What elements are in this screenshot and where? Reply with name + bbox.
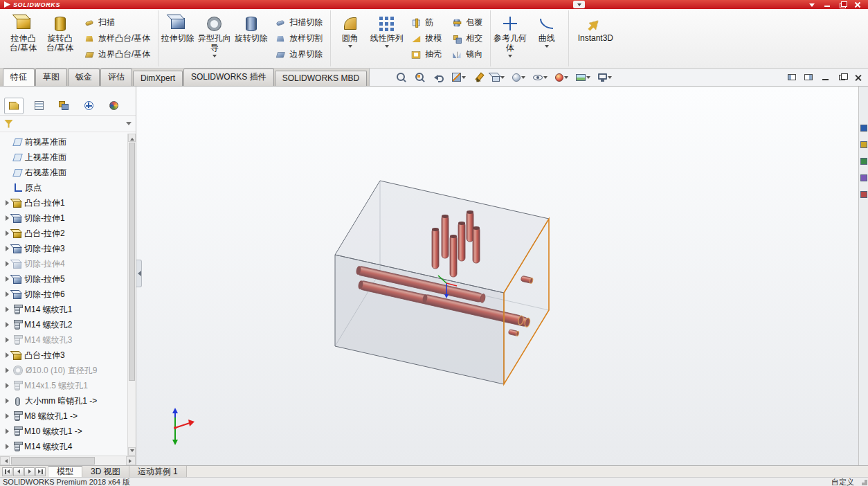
scroll-next-icon[interactable] bbox=[24, 467, 35, 476]
command-tab[interactable]: SOLIDWORKS MBD bbox=[275, 71, 367, 86]
display-style-icon[interactable] bbox=[511, 72, 527, 83]
expand-arrow-icon[interactable] bbox=[3, 306, 10, 313]
expand-arrow-icon[interactable] bbox=[3, 169, 10, 176]
filter-caret-icon[interactable] bbox=[126, 122, 132, 128]
view-orientation-icon[interactable] bbox=[491, 71, 506, 83]
tree-vertical-scrollbar[interactable] bbox=[127, 134, 136, 456]
swept-boss-button[interactable]: 扫描 bbox=[79, 15, 154, 30]
feature-manager-icon[interactable] bbox=[4, 98, 24, 114]
hide-show-items-icon[interactable] bbox=[532, 73, 549, 82]
tree-item[interactable]: M14 螺纹孔3 bbox=[1, 332, 136, 348]
expand-arrow-icon[interactable] bbox=[3, 397, 10, 404]
curves-button[interactable]: 曲线 bbox=[528, 10, 565, 66]
scroll-thumb[interactable] bbox=[129, 143, 135, 381]
intersect-button[interactable]: 相交 bbox=[446, 31, 487, 46]
tree-item[interactable]: 凸台-拉伸1 bbox=[1, 195, 136, 210]
doc-restore-button[interactable] bbox=[835, 72, 848, 83]
expand-arrow-icon[interactable] bbox=[3, 260, 10, 267]
file-explorer-icon[interactable] bbox=[860, 158, 867, 165]
resources-icon[interactable] bbox=[860, 125, 867, 132]
expand-arrow-icon[interactable] bbox=[3, 199, 10, 206]
expand-arrow-icon[interactable] bbox=[3, 443, 10, 450]
tree-item[interactable]: 凸台-拉伸2 bbox=[1, 226, 136, 241]
expand-arrow-icon[interactable] bbox=[3, 245, 10, 252]
expand-arrow-icon[interactable] bbox=[3, 154, 10, 161]
scroll-right-icon[interactable] bbox=[126, 456, 136, 465]
filter-icon[interactable] bbox=[4, 120, 13, 128]
scroll-first-icon[interactable] bbox=[2, 467, 12, 476]
tree-horizontal-scrollbar[interactable] bbox=[0, 456, 136, 465]
expand-arrow-icon[interactable] bbox=[3, 413, 10, 420]
tree-item[interactable]: 切除-拉伸5 bbox=[1, 271, 136, 287]
lofted-cut-button[interactable]: 放样切割 bbox=[270, 31, 327, 46]
tree-item[interactable]: 切除-拉伸4 bbox=[1, 256, 136, 271]
draft-button[interactable]: 拔模 bbox=[406, 31, 446, 46]
panel-splitter[interactable] bbox=[136, 260, 142, 287]
expand-arrow-icon[interactable] bbox=[3, 367, 10, 374]
revolve-boss-button[interactable]: 旋转凸台/基体 bbox=[42, 10, 78, 66]
revolved-cut-button[interactable]: 旋转切除 bbox=[233, 10, 269, 66]
expand-arrow-icon[interactable] bbox=[3, 428, 10, 435]
previous-view-icon[interactable] bbox=[432, 71, 446, 84]
rib-button[interactable]: 筋 bbox=[406, 15, 446, 30]
tree-item[interactable]: M14x1.5 螺纹孔1 bbox=[1, 378, 136, 393]
tree-item[interactable]: M14 螺纹孔4 bbox=[1, 439, 136, 454]
command-tab[interactable]: 特征 bbox=[3, 69, 35, 86]
view-settings-icon[interactable] bbox=[597, 73, 613, 82]
tree-item[interactable]: 原点 bbox=[1, 180, 136, 195]
window-close-icon[interactable] bbox=[854, 1, 861, 8]
expand-arrow-icon[interactable] bbox=[3, 215, 10, 222]
expand-arrow-icon[interactable] bbox=[3, 321, 10, 328]
tree-item[interactable]: 前视基准面 bbox=[1, 134, 136, 150]
command-tab[interactable]: 草图 bbox=[35, 69, 67, 86]
boundary-cut-button[interactable]: 边界切除 bbox=[270, 47, 327, 62]
configuration-manager-icon[interactable] bbox=[54, 98, 73, 114]
design-library-icon[interactable] bbox=[860, 141, 867, 148]
window-minimize-icon[interactable] bbox=[824, 1, 831, 8]
expand-arrow-icon[interactable] bbox=[3, 352, 10, 359]
expand-arrow-icon[interactable] bbox=[3, 230, 10, 237]
scroll-prev-icon[interactable] bbox=[13, 467, 24, 476]
graphics-viewport[interactable] bbox=[136, 87, 858, 465]
boundary-boss-button[interactable]: 边界凸台/基体 bbox=[79, 47, 154, 62]
study-tab[interactable]: 3D 视图 bbox=[82, 466, 129, 477]
tree-item[interactable]: 凸台-拉伸3 bbox=[1, 348, 136, 363]
study-tab[interactable]: 运动算例 1 bbox=[129, 466, 187, 477]
next-pane-button[interactable] bbox=[802, 72, 815, 83]
expand-arrow-icon[interactable] bbox=[3, 336, 10, 343]
expand-arrow-icon[interactable] bbox=[3, 138, 10, 145]
extruded-cut-button[interactable]: 拉伸切除 bbox=[159, 10, 196, 66]
expand-arrow-icon[interactable] bbox=[3, 184, 10, 191]
study-tab[interactable]: 模型 bbox=[48, 466, 82, 477]
extrude-boss-button[interactable]: 拉伸凸台/基体 bbox=[5, 10, 42, 66]
model-canvas[interactable] bbox=[136, 87, 858, 465]
tree-item[interactable]: M10 螺纹孔1 -> bbox=[1, 424, 136, 439]
wrap-button[interactable]: 包覆 bbox=[446, 15, 487, 30]
tree-item[interactable]: Ø10.0 (10) 直径孔9 bbox=[1, 363, 136, 378]
zoom-fit-icon[interactable] bbox=[395, 71, 408, 84]
doc-minimize-button[interactable] bbox=[819, 72, 831, 83]
appearances-icon[interactable] bbox=[860, 191, 867, 198]
tree-item[interactable]: M14 螺纹孔2 bbox=[1, 317, 136, 332]
tree-item[interactable]: M8 螺纹孔1 -> bbox=[1, 408, 136, 424]
tree-item[interactable]: 右视基准面 bbox=[1, 165, 136, 180]
scroll-up-icon[interactable] bbox=[128, 134, 136, 142]
lofted-boss-button[interactable]: 放样凸台/基体 bbox=[79, 31, 154, 46]
reference-geometry-button[interactable]: 参考几何体 bbox=[491, 10, 528, 66]
tree-item[interactable]: 切除-拉伸6 bbox=[1, 287, 136, 302]
zoom-area-icon[interactable] bbox=[413, 71, 427, 84]
command-tab[interactable]: 钣金 bbox=[68, 69, 100, 86]
apply-scene-icon[interactable] bbox=[575, 73, 592, 82]
linear-pattern-button[interactable]: 线性阵列 bbox=[368, 10, 405, 66]
window-restore-icon[interactable] bbox=[839, 1, 846, 8]
tree-item[interactable]: 切除-拉伸1 bbox=[1, 210, 136, 226]
command-tab[interactable]: SOLIDWORKS 插件 bbox=[183, 69, 274, 86]
annotation-view-icon[interactable] bbox=[472, 71, 486, 84]
tree-item[interactable]: 切除-拉伸3 bbox=[1, 241, 136, 256]
tree-item[interactable]: 上视基准面 bbox=[1, 150, 136, 165]
expand-arrow-icon[interactable] bbox=[3, 382, 10, 389]
property-manager-icon[interactable] bbox=[29, 98, 48, 114]
customize-status-button[interactable]: 自定义 bbox=[831, 477, 854, 486]
previous-pane-button[interactable] bbox=[786, 72, 798, 83]
tree-item[interactable]: M14 螺纹孔1 bbox=[1, 302, 136, 317]
